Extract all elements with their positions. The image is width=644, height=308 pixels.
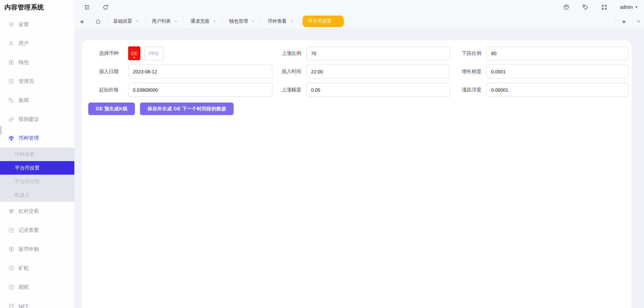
gem-icon: [8, 135, 14, 141]
tag-icon[interactable]: [582, 4, 589, 10]
chevron-down-icon[interactable]: [633, 14, 644, 28]
sidebar-subitem-label: 平台币行情: [15, 178, 40, 185]
app-title: 内容管理系统: [0, 0, 74, 15]
close-icon[interactable]: ×: [336, 19, 338, 24]
menu-fold-icon[interactable]: [84, 4, 90, 10]
tab-currency-view[interactable]: 币种查看 ×: [261, 14, 300, 28]
sidebar-item-label: 杠杆交易: [19, 208, 39, 215]
collapse-left-icon[interactable]: «: [74, 14, 90, 28]
sidebar-item-label: 新币申购: [19, 246, 39, 252]
coin-select-label: 选择币种: [81, 50, 128, 57]
sidebar-item-new-coin-subscription[interactable]: 新币申购: [0, 240, 74, 259]
gear-icon: [8, 22, 14, 27]
sidebar-item-wallet[interactable]: 钱包: [0, 53, 74, 72]
sidebar-scrollbar-thumb[interactable]: [0, 126, 2, 135]
tab-label: 用户列表: [152, 18, 171, 24]
dollar-circle-icon: [8, 60, 14, 65]
coin-select-group: GE PPG: [128, 46, 272, 60]
close-icon[interactable]: ×: [290, 19, 293, 24]
sidebar-subitem-platform-coin-settings[interactable]: 平台币设置: [0, 161, 74, 175]
sidebar-item-nft[interactable]: NFT: [0, 296, 74, 308]
coin-button-label: PPG: [149, 51, 159, 56]
sidebar-item-label: 用户: [19, 40, 29, 47]
tab-basic-settings[interactable]: 基础设置 ×: [107, 14, 145, 28]
sidebar-subitem-currency-view[interactable]: 币种查看: [0, 148, 74, 161]
sidebar-item-label: 矿机: [19, 265, 29, 271]
sidebar-item-feedback[interactable]: 投拆建议: [0, 110, 74, 129]
start-price-label: 起始价格: [81, 87, 128, 93]
insert-time-label: 插入时间: [272, 68, 306, 75]
dollar-circle-icon: [8, 246, 14, 252]
clock-icon: [8, 303, 14, 308]
fall-ratio-input[interactable]: [486, 46, 628, 60]
tab-label: 币种查看: [268, 18, 287, 24]
sidebar-subitem-robot[interactable]: 机器人: [0, 188, 74, 202]
tag-icon: [8, 97, 14, 103]
tab-bar: « 基础设置 × 用户列表 × 通道充值 × 钱包管理 × 币种查看 × 平台币…: [74, 14, 644, 28]
coin-button-ge[interactable]: GE: [128, 46, 140, 60]
save-generate-next-period-button[interactable]: 保存并生成 GE 下一个时间段的数据: [140, 103, 234, 115]
sidebar-item-currency-management[interactable]: 币种管理: [0, 129, 74, 148]
tab-channel-recharge[interactable]: 通道充值 ×: [184, 14, 222, 28]
insert-date-input[interactable]: [128, 65, 272, 79]
fullscreen-icon[interactable]: [601, 4, 607, 10]
clock-icon: [8, 227, 14, 233]
close-icon[interactable]: ×: [136, 19, 139, 24]
platform-coin-settings-panel: 选择币种 GE PPG 上涨比例 下跌比例 插入日期 插入时间 增长精度 起始价…: [81, 40, 631, 308]
pregenerate-kline-button[interactable]: GE 预生成K线: [88, 103, 135, 115]
sidebar-subitem-label: 机器人: [15, 192, 30, 198]
coin-button-label: GE: [131, 51, 138, 56]
sidebar-item-leverage-trading[interactable]: 杠杆交易: [0, 202, 74, 221]
rise-ratio-label: 上涨比例: [272, 50, 306, 57]
sidebar-item-settings[interactable]: 设置: [0, 15, 74, 34]
sidebar-item-options[interactable]: 期权: [0, 278, 74, 296]
rise-amplitude-input[interactable]: [306, 83, 450, 97]
rise-amplitude-label: 上涨幅度: [272, 87, 306, 93]
sidebar-item-news[interactable]: 新闻: [0, 91, 74, 110]
fall-ratio-label: 下跌比例: [450, 50, 486, 57]
tab-wallet-management[interactable]: 钱包管理 ×: [223, 14, 261, 28]
gem-icon: [8, 208, 14, 214]
home-icon[interactable]: [90, 14, 107, 28]
refresh-icon[interactable]: [102, 4, 109, 10]
tab-label: 基础设置: [113, 18, 132, 24]
sidebar-item-label: NFT: [19, 303, 28, 308]
coin-button-ppg[interactable]: PPG: [144, 46, 163, 60]
expand-right-icon[interactable]: »: [615, 14, 633, 28]
link-icon: [8, 116, 14, 122]
sidebar-item-miner[interactable]: 矿机: [0, 259, 74, 278]
fluctuation-input[interactable]: [486, 83, 628, 97]
tab-label: 平台币设置: [308, 18, 332, 24]
rise-ratio-input[interactable]: [306, 46, 450, 60]
growth-precision-input[interactable]: [486, 65, 628, 79]
sidebar-submenu-currency: 币种查看 平台币设置 平台币行情 机器人: [0, 148, 74, 202]
sidebar-item-label: 钱包: [19, 59, 29, 66]
user-menu[interactable]: admin ▼: [620, 4, 638, 10]
start-price-input[interactable]: [128, 83, 272, 97]
sidebar-item-label: 记录查看: [19, 227, 39, 234]
tab-label: 通道充值: [190, 18, 209, 24]
sidebar-item-label: 投拆建议: [19, 116, 39, 123]
sidebar-subitem-label: 平台币设置: [15, 165, 40, 171]
sidebar-item-label: 设置: [19, 21, 29, 28]
palette-icon[interactable]: [563, 4, 570, 10]
close-icon[interactable]: ×: [252, 19, 255, 24]
sidebar-item-label: 新闻: [19, 97, 29, 104]
tab-user-list[interactable]: 用户列表 ×: [145, 14, 184, 28]
sidebar-item-admins[interactable]: 管理员: [0, 72, 74, 91]
sidebar-item-records[interactable]: 记录查看: [0, 221, 74, 240]
tab-platform-coin-settings[interactable]: 平台币设置 ×: [303, 16, 344, 27]
caret-down-icon: ▼: [635, 5, 638, 9]
insert-time-input[interactable]: [306, 65, 450, 79]
clock-icon: [8, 265, 14, 271]
fluctuation-label: 涨跌浮度: [450, 87, 486, 93]
shield-check-icon: [8, 79, 14, 84]
close-icon[interactable]: ×: [213, 19, 216, 24]
sidebar-subitem-platform-coin-market[interactable]: 平台币行情: [0, 175, 74, 188]
clock-icon: [8, 284, 14, 290]
user-icon: [8, 41, 14, 46]
insert-date-label: 插入日期: [81, 68, 128, 75]
sidebar-item-users[interactable]: 用户: [0, 34, 74, 53]
sidebar-item-label: 管理员: [19, 78, 34, 85]
close-icon[interactable]: ×: [174, 19, 177, 24]
